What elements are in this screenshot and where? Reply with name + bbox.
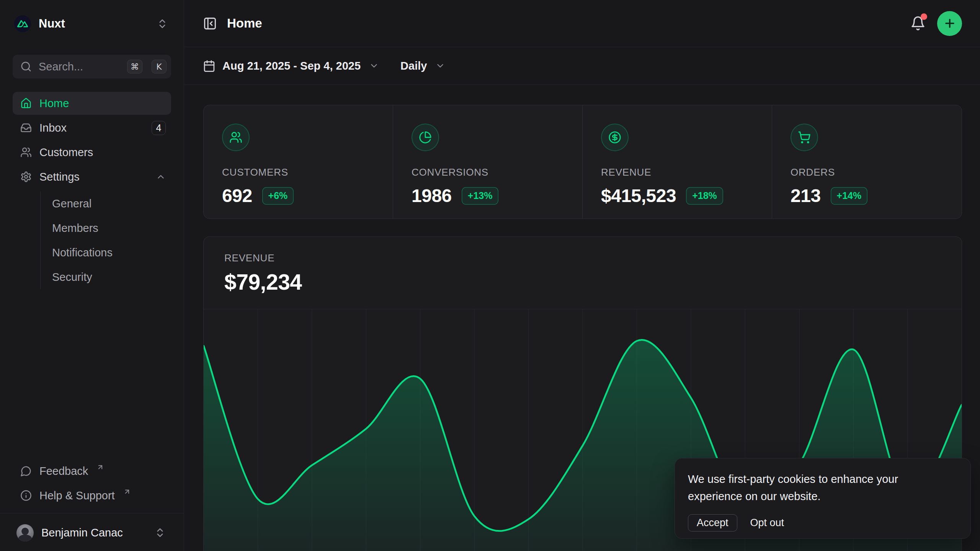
- granularity-value: Daily: [400, 60, 427, 72]
- sidebar-item-help-support[interactable]: Help & Support: [13, 484, 171, 507]
- users-icon: [229, 131, 242, 144]
- shopping-cart-icon: [798, 131, 811, 144]
- sidebar-item-inbox[interactable]: Inbox 4: [13, 116, 171, 139]
- stat-icon-circle: [601, 124, 629, 151]
- stat-icon-circle: [791, 124, 818, 151]
- chevrons-up-down-icon: [154, 527, 166, 538]
- revenue-chart-label: REVENUE: [224, 252, 962, 264]
- sidebar-item-label: Feedback: [39, 465, 88, 478]
- kbd-cmd: ⌘: [127, 60, 142, 73]
- sidebar-subitem-general[interactable]: General: [41, 191, 171, 216]
- user-name: Benjamin Canac: [41, 527, 147, 539]
- page-title: Home: [227, 16, 262, 31]
- accept-button[interactable]: Accept: [688, 514, 737, 531]
- stat-label: REVENUE: [601, 166, 772, 178]
- external-link-icon: [123, 488, 131, 496]
- nuxt-logo: [14, 15, 31, 32]
- chevrons-up-down-icon: [157, 18, 168, 29]
- kbd-k: K: [152, 60, 167, 73]
- pie-chart-icon: [419, 131, 432, 144]
- user-menu[interactable]: Benjamin Canac: [13, 520, 171, 545]
- date-range-picker[interactable]: Aug 21, 2025 - Sep 4, 2025: [203, 60, 379, 72]
- stat-delta-badge: +18%: [686, 187, 723, 205]
- inbox-count-badge: 4: [152, 121, 166, 135]
- plus-icon: [943, 17, 956, 30]
- sidebar-item-feedback[interactable]: Feedback: [13, 460, 171, 483]
- sidebar-item-customers[interactable]: Customers: [13, 141, 171, 164]
- cookie-banner: We use first-party cookies to enhance yo…: [675, 458, 971, 539]
- sidebar-footer: Feedback Help & Support: [13, 460, 171, 513]
- calendar-icon: [203, 60, 216, 72]
- notifications-button[interactable]: [910, 16, 926, 31]
- sidebar-item-label: Settings: [39, 171, 148, 183]
- page-header: Home: [184, 0, 980, 47]
- sidebar-subitem-security[interactable]: Security: [41, 265, 171, 289]
- gear-icon: [20, 171, 32, 183]
- stat-card-conversions[interactable]: CONVERSIONS 1986 +13%: [393, 105, 583, 218]
- settings-subnav: General Members Notifications Security: [40, 191, 171, 289]
- stat-value: $415,523: [601, 185, 676, 206]
- search-icon: [20, 61, 32, 72]
- stats-row: CUSTOMERS 692 +6% CONVERSIONS 1986: [203, 105, 962, 219]
- circle-dollar-icon: [608, 131, 621, 144]
- sidebar: Nuxt Search... ⌘ K Home: [0, 0, 184, 551]
- stat-icon-circle: [222, 124, 250, 151]
- home-icon: [20, 98, 32, 109]
- stat-label: CUSTOMERS: [222, 166, 393, 178]
- users-icon: [20, 147, 32, 158]
- sidebar-item-label: Customers: [39, 146, 166, 159]
- stat-label: CONVERSIONS: [412, 166, 582, 178]
- speech-bubble-icon: [20, 465, 32, 477]
- inbox-icon: [20, 122, 32, 134]
- team-name: Nuxt: [39, 17, 149, 31]
- header-actions: [910, 11, 962, 36]
- nuxt-logo-icon: [17, 18, 28, 29]
- stat-value: 1986: [412, 185, 452, 206]
- sidebar-item-settings[interactable]: Settings: [13, 165, 171, 188]
- opt-out-button[interactable]: Opt out: [750, 517, 784, 529]
- stat-delta-badge: +6%: [262, 187, 294, 205]
- sidebar-item-label: Help & Support: [39, 489, 115, 502]
- stat-card-revenue[interactable]: REVENUE $415,523 +18%: [583, 105, 772, 218]
- collapse-sidebar-button[interactable]: [203, 16, 217, 31]
- stat-value: 213: [791, 185, 821, 206]
- notification-dot: [921, 13, 927, 20]
- sidebar-item-label: Home: [39, 97, 166, 110]
- chevron-down-icon: [369, 61, 379, 71]
- granularity-select[interactable]: Daily: [400, 60, 445, 72]
- sidebar-subitem-members[interactable]: Members: [41, 216, 171, 240]
- filters-toolbar: Aug 21, 2025 - Sep 4, 2025 Daily: [184, 47, 980, 85]
- stat-delta-badge: +13%: [462, 187, 499, 205]
- stat-delta-badge: +14%: [831, 187, 868, 205]
- avatar: [16, 524, 34, 541]
- panel-left-close-icon: [203, 16, 217, 31]
- stat-label: ORDERS: [791, 166, 962, 178]
- stat-card-orders[interactable]: ORDERS 213 +14%: [772, 105, 962, 218]
- add-button[interactable]: [937, 11, 962, 36]
- user-strip: Benjamin Canac: [0, 513, 184, 551]
- chevron-up-icon: [156, 172, 166, 182]
- chevron-down-icon: [435, 61, 445, 71]
- stat-value: 692: [222, 185, 252, 206]
- app-root: Nuxt Search... ⌘ K Home: [0, 0, 980, 551]
- info-circle-icon: [20, 490, 32, 501]
- cookie-message: We use first-party cookies to enhance yo…: [688, 471, 941, 505]
- team-switcher[interactable]: Nuxt: [13, 11, 171, 36]
- sidebar-item-home[interactable]: Home: [13, 92, 171, 115]
- date-range-value: Aug 21, 2025 - Sep 4, 2025: [222, 60, 361, 72]
- stat-icon-circle: [412, 124, 439, 151]
- external-link-icon: [96, 463, 104, 471]
- sidebar-subitem-notifications[interactable]: Notifications: [41, 240, 171, 265]
- search-placeholder: Search...: [39, 60, 120, 73]
- revenue-chart-value: $79,234: [224, 269, 962, 295]
- stat-card-customers[interactable]: CUSTOMERS 692 +6%: [204, 105, 393, 218]
- sidebar-nav: Home Inbox 4 Customers: [13, 92, 171, 289]
- search-input[interactable]: Search... ⌘ K: [13, 55, 171, 78]
- sidebar-item-label: Inbox: [39, 122, 144, 134]
